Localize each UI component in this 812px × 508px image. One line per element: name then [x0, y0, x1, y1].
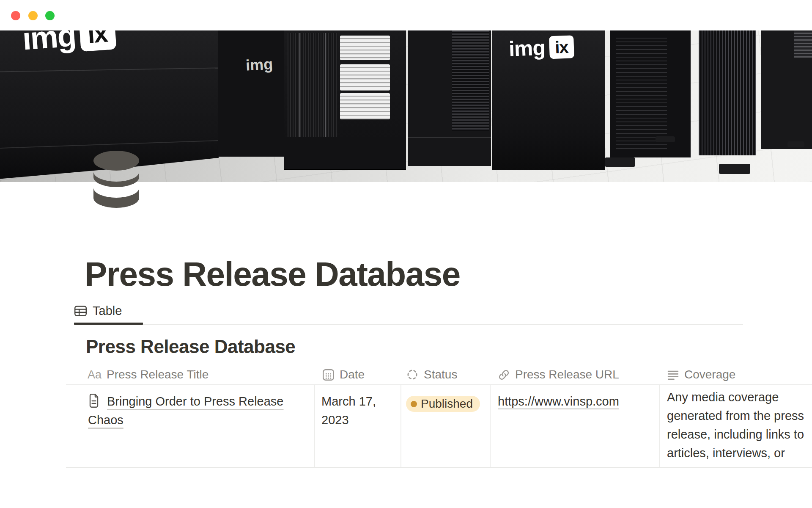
- url-link[interactable]: https://www.vinsp.com: [498, 395, 619, 408]
- drive-tray-stack: [340, 36, 390, 60]
- server-rack: [761, 30, 812, 149]
- row-title-line: Chaos: [88, 411, 308, 429]
- vent-panel: [288, 33, 337, 140]
- zoom-window-button[interactable]: [45, 11, 55, 20]
- vent-fins: [452, 30, 489, 131]
- column-header-title[interactable]: Aa Press Release Title: [88, 365, 208, 384]
- tab-divider: [74, 324, 743, 325]
- floor-pad: [719, 164, 750, 174]
- imgix-logo-badge: ix: [549, 35, 574, 59]
- floor-pad: [656, 136, 675, 142]
- cell-status[interactable]: Published: [406, 396, 480, 412]
- text-lines-icon: [667, 369, 679, 381]
- page-title: Press Release Database: [85, 254, 460, 295]
- imgix-logo-badge: ix: [79, 30, 116, 52]
- tab-table-view[interactable]: Table: [74, 299, 122, 323]
- status-spinner-icon: [406, 368, 419, 381]
- imgix-logo-text: img: [245, 55, 273, 74]
- link-icon: [498, 369, 510, 381]
- table-view-icon: [74, 305, 87, 317]
- imgix-logo-text: img: [508, 36, 546, 61]
- column-header-label: Press Release URL: [515, 368, 619, 381]
- database-icon: [93, 149, 140, 211]
- coverage-line: release, including links to: [667, 425, 804, 444]
- server-rack: [610, 30, 691, 157]
- drive-tray-stack: [340, 64, 390, 91]
- row-title-line: Bringing Order to Press Release: [88, 392, 308, 411]
- column-header-coverage[interactable]: Coverage: [667, 365, 735, 384]
- cell-date[interactable]: March 17, 2023: [321, 392, 376, 429]
- title-property-icon: Aa: [88, 368, 102, 381]
- calendar-icon: [322, 368, 335, 381]
- floor-pad: [787, 141, 804, 147]
- coverage-line: Any media coverage: [667, 388, 804, 406]
- column-divider: [314, 385, 315, 467]
- server-rack: [408, 30, 491, 166]
- status-label: Published: [421, 397, 473, 411]
- page-document-icon: [88, 393, 100, 408]
- window-titlebar: [0, 0, 812, 30]
- close-window-button[interactable]: [11, 11, 20, 20]
- imgix-logo: img ix: [21, 30, 116, 57]
- minimize-window-button[interactable]: [28, 11, 38, 20]
- coverage-line: articles, interviews, or: [667, 444, 804, 462]
- floor-pad: [605, 157, 635, 167]
- column-header-url[interactable]: Press Release URL: [498, 365, 619, 384]
- column-header-label: Status: [424, 368, 457, 381]
- header-bottom-border: [66, 384, 812, 385]
- server-rack: img: [218, 30, 285, 157]
- column-header-label: Date: [340, 368, 365, 381]
- column-divider: [659, 385, 660, 467]
- coverage-line: generated from the press: [667, 406, 804, 425]
- server-rack: [699, 30, 756, 155]
- cell-coverage[interactable]: Any media coverage generated from the pr…: [667, 388, 804, 462]
- column-header-status[interactable]: Status: [406, 365, 457, 384]
- server-rack: img ix: [492, 30, 605, 170]
- cell-url[interactable]: https://www.vinsp.com: [498, 392, 619, 411]
- column-divider: [401, 385, 401, 467]
- status-badge[interactable]: Published: [406, 396, 480, 412]
- row-bottom-border: [66, 467, 812, 468]
- drive-tray-stack: [340, 93, 390, 119]
- page-icon-database[interactable]: [93, 149, 140, 211]
- date-value-line: 2023: [321, 411, 376, 429]
- cell-press-release-title[interactable]: Bringing Order to Press Release Chaos: [88, 392, 308, 429]
- tab-label: Table: [93, 304, 122, 318]
- row-title-link[interactable]: Chaos: [88, 413, 123, 427]
- column-header-date[interactable]: Date: [322, 365, 365, 384]
- column-header-label: Coverage: [684, 368, 735, 381]
- server-rack: [284, 30, 406, 170]
- column-header-label: Press Release Title: [107, 368, 208, 381]
- date-value-line: March 17,: [321, 392, 376, 411]
- active-tab-underline: [74, 323, 143, 325]
- column-divider: [490, 385, 491, 467]
- database-title: Press Release Database: [86, 336, 295, 357]
- imgix-logo-text: img: [21, 30, 77, 57]
- status-dot-icon: [411, 401, 417, 407]
- row-title-link[interactable]: Bringing Order to Press Release: [107, 395, 283, 408]
- imgix-logo: img ix: [508, 34, 574, 61]
